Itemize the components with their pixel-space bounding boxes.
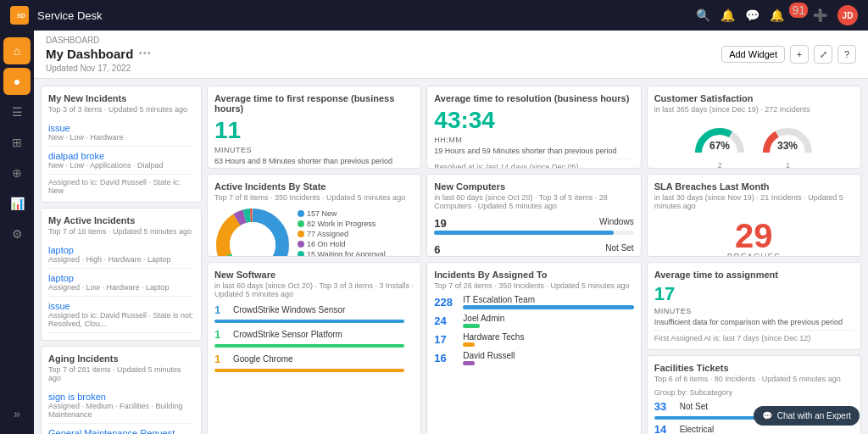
widget-sla-breaches: SLA Breaches Last Month in last 30 days … [647,174,861,257]
donut-area: 157 New 82 Work in Progress 77 Assigned … [214,207,414,257]
list-item: laptop Assigned · Low · Hardware · Lapto… [48,269,194,297]
chat-icon: 💬 [762,411,772,420]
donut-chart [214,207,291,257]
sidebar-item-home[interactable]: ⌂ [3,37,31,64]
widget-avg-assignment: Average time to assignment 17 MINUTES In… [647,262,861,350]
list-item: General Maintenance Request - Clean Up- … [48,424,194,434]
sidebar-item-problems[interactable]: ⊕ [3,159,31,186]
main-content: DASHBOARD My Dashboard ··· Updated Nov 1… [34,31,868,434]
widget-new-software: New Software in last 60 days (since Oct … [207,262,421,434]
page-title: My Dashboard ··· [46,45,151,63]
sidebar-item-dashboard[interactable]: ● [3,68,31,95]
title-options-icon[interactable]: ··· [138,45,151,63]
sidebar: ⌂ ● ☰ ⊞ ⊕ 📊 ⚙ » [0,31,34,434]
page-header-left: DASHBOARD My Dashboard ··· Updated Nov 1… [46,36,151,73]
svg-text:SD: SD [17,13,25,19]
list-item: 1 Google Chrome [214,353,414,365]
list-item: 228 IT Escalation Team [434,295,633,309]
new-computers-bars: 19 Windows 6 Not Set [434,217,633,257]
add-widget-button[interactable]: Add Widget [721,46,785,63]
chat-icon[interactable]: 💬 [745,8,760,22]
sidebar-item-expand[interactable]: » [3,400,31,427]
list-item: laptop Assigned · High · Hardware · Lapt… [48,241,194,269]
list-item: issue New · Low · Hardware [48,119,194,147]
page-header-right: Add Widget + ⤢ ? [721,45,856,64]
list-item: 16 David Russell [434,351,633,365]
main-layout: ⌂ ● ☰ ⊞ ⊕ 📊 ⚙ » DASHBOARD My Dashboard ·… [0,31,868,434]
svg-text:67%: 67% [709,140,730,152]
list-item: 17 Hardware Techs [434,332,633,347]
donut-legend: 157 New 82 Work in Progress 77 Assigned … [298,209,386,257]
avatar[interactable]: JD [837,5,858,25]
app-title: Service Desk [37,9,687,22]
widget-avg-resolution: Average time to resolution (business hou… [426,86,641,169]
negative-gauge: 33% 1 [758,119,817,169]
widget-avg-first-response: Average time to first response (business… [207,86,421,169]
search-icon[interactable]: 🔍 [696,8,710,22]
top-nav-icons: 🔍 🔔 💬 🔔91 ➕ JD [696,5,858,25]
sidebar-item-tickets[interactable]: ⊞ [3,129,31,156]
fullscreen-button[interactable]: ⤢ [814,45,832,64]
widget-my-new-incidents: My New Incidents Top 3 of 3 items · Upda… [41,86,202,203]
list-item: 1 CrowdStrike Sensor Platform [214,328,414,341]
software-list: 1 CrowdStrike Windows Sensor 1 CrowdStri… [214,303,414,372]
notification-badge: 91 [789,3,808,18]
bar-row: 6 Not Set [434,243,633,257]
chat-bubble[interactable]: 💬 Chat with an Expert [754,406,860,426]
list-item: sign is broken Assigned · Medium · Facil… [48,387,194,424]
positive-gauge: 67% 2 [690,119,749,169]
widget-new-computers: New Computers in last 60 days (since Oct… [426,174,641,257]
widget-my-active-incidents: My Active Incidents Top 7 of 16 items · … [41,208,202,341]
last-updated: Updated Nov 17, 2022 [46,64,151,73]
help-button[interactable]: ? [837,45,856,64]
sidebar-item-settings[interactable]: ⚙ [3,220,31,248]
sidebar-item-reports[interactable]: 📊 [3,190,31,217]
sla-label: BREACHES [654,253,854,257]
plus-button[interactable]: + [790,45,809,64]
list-item: 1 CrowdStrike Windows Sensor [214,303,414,316]
list-item: dialpad broke New · Low · Applications ·… [48,147,194,175]
widget-incidents-by-assigned: Incidents By Assigned To Top 7 of 26 ite… [426,262,641,434]
page-header: DASHBOARD My Dashboard ··· Updated Nov 1… [34,31,868,79]
svg-text:33%: 33% [777,140,798,152]
sla-value: 29 [654,219,854,253]
list-item: issue Assigned to ic: David Russell · St… [48,297,194,333]
widget-customer-satisfaction: Customer Satisfaction in last 365 days (… [647,86,861,169]
csat-container: 67% 2 33% 1 [654,119,854,169]
widget-aging-incidents: Aging Incidents Top 7 of 281 items · Upd… [41,346,202,434]
widget-active-incidents-state: Active Incidents By State Top 7 of 8 ite… [207,174,421,257]
top-nav: SD Service Desk 🔍 🔔 💬 🔔91 ➕ JD [0,0,868,31]
assigned-list: 228 IT Escalation Team 24 Joel Admin [434,295,633,365]
facilities-group-by: Group by: Subcategory [654,388,854,397]
app-logo: SD [10,6,29,25]
notification-icon[interactable]: 🔔91 [770,8,803,22]
bell-icon[interactable]: 🔔 [721,8,735,22]
breadcrumb: DASHBOARD [46,36,151,45]
dashboard-grid: My New Incidents Top 3 of 3 items · Upda… [34,79,868,434]
bar-row: 19 Windows [434,217,633,235]
list-item: 24 Joel Admin [434,314,633,328]
sidebar-item-list[interactable]: ☰ [3,98,31,125]
add-icon[interactable]: ➕ [813,8,827,22]
